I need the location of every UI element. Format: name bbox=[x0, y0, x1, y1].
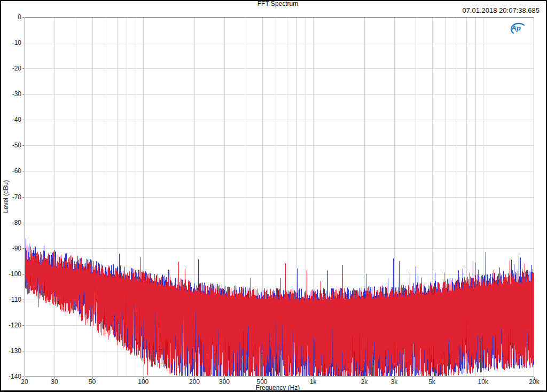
y-tick-label: -20 bbox=[0, 65, 21, 72]
x-axis-title: Frequency (Hz) bbox=[23, 384, 533, 391]
y-axis-title: Level (dBu) bbox=[2, 180, 10, 213]
measurement-timestamp: 07.01.2018 20:07:38.685 bbox=[462, 6, 540, 14]
y-tick-label: -130 bbox=[0, 347, 21, 355]
y-tick-label: -60 bbox=[0, 167, 21, 175]
y-tick-label: -110 bbox=[0, 296, 21, 303]
audio-precision-logo-icon: Ap bbox=[506, 20, 529, 35]
svg-text:Ap: Ap bbox=[511, 24, 521, 32]
channel-1-noise-trace bbox=[25, 244, 534, 377]
fft-plot bbox=[21, 14, 537, 380]
y-tick-label: -100 bbox=[0, 270, 21, 278]
y-tick-label: -90 bbox=[0, 245, 21, 252]
y-tick-label: -50 bbox=[0, 142, 21, 149]
y-tick-label: -30 bbox=[0, 90, 21, 98]
y-tick-label: -120 bbox=[0, 322, 21, 329]
y-tick-label: 0 bbox=[0, 13, 21, 21]
page-title: FFT Spectrum bbox=[23, 0, 533, 7]
y-tick-label: -80 bbox=[0, 219, 21, 226]
y-tick-label: -10 bbox=[0, 39, 21, 46]
fft-spectrum-panel: FFT Spectrum 07.01.2018 20:07:38.685 0-1… bbox=[0, 0, 547, 392]
y-tick-label: -40 bbox=[0, 116, 21, 123]
